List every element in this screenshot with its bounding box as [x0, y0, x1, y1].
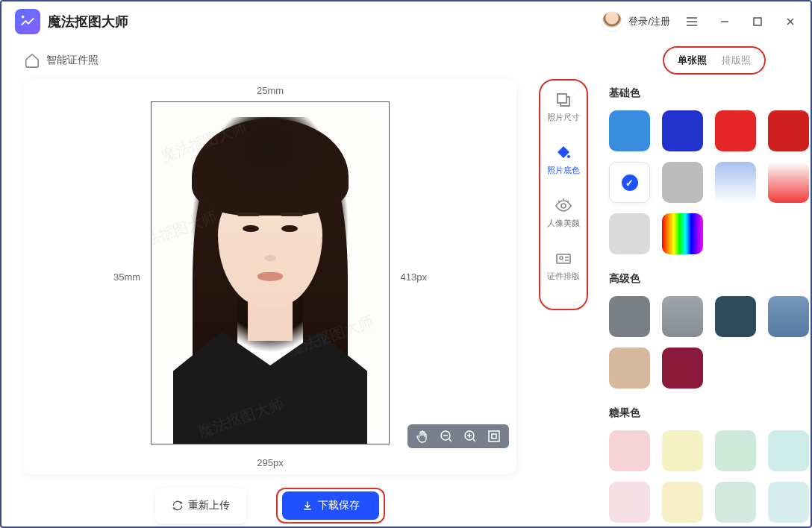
hand-tool-icon[interactable]: [415, 429, 430, 444]
tool-label: 照片尺寸: [547, 112, 580, 123]
color-swatch[interactable]: [662, 348, 703, 389]
color-swatch[interactable]: [609, 430, 650, 471]
svg-point-10: [560, 257, 563, 260]
dimension-right: 413px: [401, 271, 427, 283]
color-swatch[interactable]: [662, 213, 703, 254]
tab-layout[interactable]: 排版照: [717, 51, 755, 69]
color-swatch[interactable]: [715, 482, 756, 523]
zoom-in-icon[interactable]: [463, 429, 478, 444]
color-swatch[interactable]: [768, 482, 809, 523]
tool-label: 人像美颜: [547, 218, 580, 229]
tool-label: 照片底色: [547, 165, 580, 176]
minimize-button[interactable]: [718, 15, 731, 28]
color-swatch[interactable]: [715, 296, 756, 337]
tool-photo-size[interactable]: 照片尺寸: [547, 91, 580, 123]
id-card-icon: [555, 250, 572, 268]
color-swatch[interactable]: [609, 213, 650, 254]
tool-photo-bg[interactable]: 照片底色: [547, 144, 580, 176]
color-swatch[interactable]: [662, 482, 703, 523]
svg-point-8: [561, 204, 566, 208]
photo-zone: 25mm 35mm 413px 295px 魔法抠图大师: [24, 79, 516, 474]
color-swatch[interactable]: [609, 348, 650, 389]
tool-label: 证件排版: [547, 271, 580, 282]
color-swatch[interactable]: [662, 430, 703, 471]
tab-single[interactable]: 单张照: [673, 51, 711, 69]
app-title: 魔法抠图大师: [48, 13, 128, 31]
candy-heading: 糖果色: [609, 406, 790, 420]
dimension-left: 35mm: [113, 271, 140, 283]
app-logo: [15, 9, 40, 34]
view-tabs: 单张照 排版照: [663, 46, 766, 75]
color-swatch[interactable]: [609, 482, 650, 523]
basic-colors-heading: 基础色: [609, 87, 790, 100]
color-swatch[interactable]: [662, 296, 703, 337]
close-button[interactable]: [784, 15, 797, 28]
color-swatch[interactable]: [715, 430, 756, 471]
color-swatch[interactable]: [715, 162, 756, 203]
svg-rect-4: [489, 431, 499, 441]
dimension-bottom: 295px: [24, 457, 516, 468]
svg-rect-1: [754, 18, 761, 25]
svg-rect-9: [557, 254, 570, 263]
color-swatch[interactable]: [768, 110, 809, 151]
breadcrumb-text: 智能证件照: [46, 54, 99, 67]
zoom-controls: [407, 424, 509, 448]
color-swatch[interactable]: [609, 110, 650, 151]
color-swatch[interactable]: [768, 162, 809, 203]
svg-rect-6: [558, 94, 566, 103]
color-swatch[interactable]: [662, 162, 703, 203]
tool-beauty[interactable]: 人像美颜: [547, 197, 580, 229]
zoom-out-icon[interactable]: [439, 429, 454, 444]
menu-icon[interactable]: [685, 15, 699, 28]
color-swatch[interactable]: [662, 110, 703, 151]
color-swatch[interactable]: [609, 162, 650, 203]
refresh-icon: [172, 500, 184, 512]
svg-rect-5: [492, 434, 496, 439]
dimension-top: 25mm: [24, 85, 516, 96]
paint-bucket-icon: [555, 144, 572, 162]
color-swatch[interactable]: [768, 296, 809, 337]
side-tools: 照片尺寸 照片底色 人像美颜 证件排版: [539, 79, 588, 310]
resize-icon: [555, 91, 572, 109]
login-link[interactable]: 登录/注册: [628, 15, 670, 28]
download-icon: [302, 500, 313, 512]
color-swatch[interactable]: [768, 430, 809, 471]
svg-point-7: [567, 155, 570, 158]
advanced-heading: 高级色: [609, 272, 790, 286]
download-button[interactable]: 下载保存: [282, 491, 379, 520]
avatar[interactable]: [602, 11, 622, 32]
photo-preview[interactable]: 魔法抠图大师 魔法抠图大师 魔法抠图大师 魔法抠图大师: [151, 101, 390, 444]
reupload-button[interactable]: 重新上传: [155, 488, 246, 524]
home-icon[interactable]: [24, 52, 40, 69]
tool-layout[interactable]: 证件排版: [547, 250, 580, 282]
download-label: 下载保存: [318, 499, 360, 512]
svg-point-0: [22, 16, 25, 19]
eye-icon: [555, 197, 572, 215]
fit-screen-icon[interactable]: [487, 429, 502, 444]
color-swatch[interactable]: [715, 110, 756, 151]
reupload-label: 重新上传: [188, 499, 230, 512]
maximize-button[interactable]: [751, 15, 764, 28]
color-swatch[interactable]: [609, 296, 650, 337]
